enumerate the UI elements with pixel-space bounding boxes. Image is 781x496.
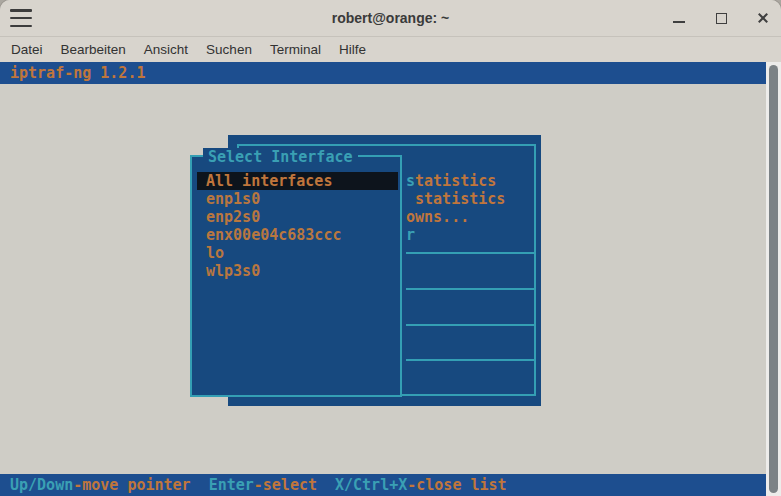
menu-item-bearbeiten[interactable]: Bearbeiten <box>52 37 135 62</box>
minimize-button[interactable] <box>671 10 687 26</box>
background-menu-text: owns... <box>406 208 469 226</box>
maximize-icon <box>716 13 727 24</box>
menubar: Datei Bearbeiten Ansicht Suchen Terminal… <box>0 37 781 62</box>
interface-list-item-wlp3s0[interactable]: wlp3s0 <box>197 262 398 280</box>
menu-item-suchen[interactable]: Suchen <box>197 37 261 62</box>
close-button[interactable] <box>755 10 771 26</box>
select-interface-dialog: Select Interface All interfaces enp1s0 e… <box>190 155 402 397</box>
scrollbar-thumb[interactable] <box>769 65 778 493</box>
interface-list-item-enx00e04c683ccc[interactable]: enx00e04c683ccc <box>197 226 398 244</box>
interface-list-item-enp2s0[interactable]: enp2s0 <box>197 208 398 226</box>
status-key-enter: Enter <box>209 476 254 494</box>
status-key-x: X/Ctrl+X <box>335 476 407 494</box>
window-title: robert@orange: ~ <box>0 0 781 36</box>
iptraf-title-bar: iptraf-ng 1.2.1 <box>0 62 766 84</box>
minimize-icon <box>673 21 685 23</box>
status-desc-close: -close list <box>407 476 506 494</box>
status-desc-select: -select <box>254 476 317 494</box>
scrollbar[interactable] <box>766 62 781 496</box>
interface-list-item-all[interactable]: All interfaces <box>197 172 398 190</box>
menu-separator-line <box>406 288 534 290</box>
background-menu-text: statistics <box>406 172 496 190</box>
terminal-screen[interactable]: iptraf-ng 1.2.1 statistics statistics ow… <box>0 62 781 496</box>
menu-separator-line <box>406 252 534 254</box>
background-menu-text: statistics <box>406 190 505 208</box>
dialog-title: Select Interface <box>203 148 358 166</box>
interface-list-item-enp1s0[interactable]: enp1s0 <box>197 190 398 208</box>
status-bar: Up/Down-move pointerEnter-selectX/Ctrl+X… <box>0 474 766 496</box>
status-key-updown: Up/Down <box>10 476 73 494</box>
status-desc-move: -move pointer <box>73 476 190 494</box>
menu-separator-line <box>406 359 534 361</box>
menu-item-ansicht[interactable]: Ansicht <box>135 37 197 62</box>
maximize-button[interactable] <box>713 10 729 26</box>
menu-item-hilfe[interactable]: Hilfe <box>330 37 375 62</box>
background-menu-text: r <box>406 226 415 244</box>
terminal-window: robert@orange: ~ Datei Bearbeiten Ansich… <box>0 0 781 496</box>
menu-item-datei[interactable]: Datei <box>2 37 52 62</box>
interface-list-item-lo[interactable]: lo <box>197 244 398 262</box>
menu-item-terminal[interactable]: Terminal <box>261 37 330 62</box>
menu-separator-line <box>406 324 534 326</box>
window-controls <box>671 0 771 36</box>
titlebar: robert@orange: ~ <box>0 0 781 37</box>
